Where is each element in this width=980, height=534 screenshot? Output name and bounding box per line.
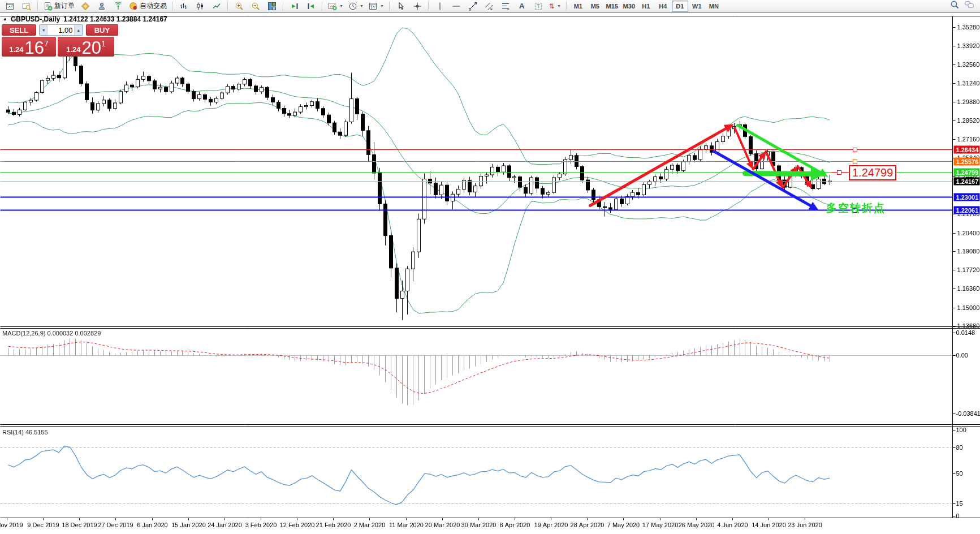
toolbar-separator bbox=[322, 2, 323, 11]
price-callout-label[interactable]: 1.24799 bbox=[849, 165, 896, 180]
volume-input[interactable] bbox=[48, 25, 74, 35]
toolbar-separator bbox=[566, 2, 567, 11]
horizontal-line-icon[interactable] bbox=[448, 0, 464, 12]
new-order-label: 新订单 bbox=[54, 1, 75, 11]
periods-icon[interactable]: ▼ bbox=[346, 0, 366, 12]
templates-icon[interactable]: ▼ bbox=[366, 0, 386, 12]
tile-windows-icon[interactable] bbox=[264, 0, 280, 12]
svg-text:E: E bbox=[490, 7, 493, 11]
candlestick-chart-icon[interactable] bbox=[192, 0, 208, 12]
line-chart-icon[interactable] bbox=[209, 0, 225, 12]
toolbar-separator bbox=[172, 2, 173, 11]
tf-w1[interactable]: W1 bbox=[689, 1, 705, 12]
tf-m1[interactable]: M1 bbox=[570, 1, 586, 12]
tf-h1[interactable]: H1 bbox=[638, 1, 654, 12]
tf-m5[interactable]: M5 bbox=[587, 1, 603, 12]
main-toolbar: 新订单 自动交易 ▼ ▼ ▼ E F A T ⇅▼ M1 M5 M15 M30 … bbox=[0, 0, 980, 13]
buy-button[interactable]: BUY bbox=[86, 24, 118, 36]
chart-shift-icon[interactable] bbox=[303, 0, 319, 12]
chevron-down-icon: ▼ bbox=[360, 4, 364, 8]
auto-trading-icon bbox=[129, 2, 138, 11]
new-order-icon bbox=[44, 2, 53, 11]
chart-title-symbol: GBPUSD-,Daily bbox=[11, 15, 60, 23]
chevron-down-icon: ▼ bbox=[339, 4, 343, 8]
tf-m30[interactable]: M30 bbox=[621, 1, 637, 12]
community-icon[interactable] bbox=[94, 0, 110, 12]
sell-price-small: 1.24 bbox=[9, 45, 23, 54]
price-chart-canvas[interactable] bbox=[0, 0, 980, 534]
profiles-icon[interactable] bbox=[19, 0, 34, 12]
new-order-button[interactable]: 新订单 bbox=[41, 0, 77, 12]
tf-mn[interactable]: MN bbox=[706, 1, 722, 12]
auto-trading-label: 自动交易 bbox=[140, 1, 167, 11]
volume-stepper: ▼ ▲ bbox=[39, 24, 83, 36]
toolbar-separator bbox=[428, 2, 429, 11]
sell-price-sup: 7 bbox=[44, 39, 49, 48]
signals-icon[interactable] bbox=[110, 0, 126, 12]
toolbar-separator bbox=[37, 2, 38, 11]
svg-text:F: F bbox=[507, 7, 510, 11]
chart-title: ▲ GBPUSD-,Daily 1.24122 1.24633 1.23884 … bbox=[3, 15, 167, 23]
chat-icon[interactable] bbox=[964, 0, 974, 12]
crosshair-icon[interactable] bbox=[409, 0, 425, 12]
volume-decrease-button[interactable]: ▼ bbox=[40, 25, 48, 35]
new-chart-icon[interactable] bbox=[2, 0, 18, 12]
zoom-in-icon[interactable] bbox=[231, 0, 247, 12]
turning-point-annotation[interactable]: 多空转折点 bbox=[826, 201, 886, 216]
auto-trading-button[interactable]: 自动交易 bbox=[127, 0, 169, 12]
buy-price-sup: 1 bbox=[101, 39, 106, 48]
cursor-icon[interactable] bbox=[393, 0, 409, 12]
toolbar-separator bbox=[389, 2, 390, 11]
trendline-icon[interactable] bbox=[465, 0, 481, 12]
text-label-icon[interactable]: T bbox=[530, 0, 546, 12]
search-icon[interactable] bbox=[950, 0, 960, 12]
buy-price-panel[interactable]: 1.24 20 1 bbox=[58, 37, 114, 57]
buy-price-small: 1.24 bbox=[66, 45, 80, 54]
sell-button[interactable]: SELL bbox=[2, 24, 36, 36]
chevron-down-icon: ▼ bbox=[380, 4, 384, 8]
volume-increase-button[interactable]: ▲ bbox=[74, 25, 82, 35]
one-click-trading-panel: SELL ▼ ▲ BUY 1.24 16 7 1.24 20 1 bbox=[2, 24, 118, 57]
bar-chart-icon[interactable] bbox=[176, 0, 192, 12]
buy-price-big: 20 bbox=[82, 40, 101, 56]
macd-indicator-label: MACD(12,26,9) 0.000032 0.002829 bbox=[2, 330, 101, 337]
rsi-indicator-label: RSI(14) 46.5155 bbox=[2, 429, 48, 436]
auto-scroll-icon[interactable] bbox=[287, 0, 303, 12]
equidistant-channel-icon[interactable]: E bbox=[481, 0, 497, 12]
tf-d1[interactable]: D1 bbox=[672, 1, 688, 12]
sell-price-panel[interactable]: 1.24 16 7 bbox=[2, 37, 56, 57]
sell-price-big: 16 bbox=[25, 40, 44, 56]
tf-m15[interactable]: M15 bbox=[604, 1, 620, 12]
collapse-triangle-icon[interactable]: ▲ bbox=[3, 17, 7, 21]
chevron-down-icon: ▼ bbox=[557, 4, 561, 8]
toolbar-right-group bbox=[950, 0, 974, 12]
arrows-icon[interactable]: ⇅▼ bbox=[547, 0, 563, 12]
zoom-out-icon[interactable] bbox=[248, 0, 264, 12]
chart-title-ohlc: 1.24122 1.24633 1.23884 1.24167 bbox=[63, 15, 167, 23]
tf-h4[interactable]: H4 bbox=[655, 1, 671, 12]
metaeditor-icon[interactable] bbox=[77, 0, 93, 12]
toolbar-separator bbox=[227, 2, 228, 11]
indicators-icon[interactable]: ▼ bbox=[326, 0, 346, 12]
fibonacci-icon[interactable]: F bbox=[498, 0, 513, 12]
vertical-line-icon[interactable] bbox=[432, 0, 448, 12]
text-icon[interactable]: A bbox=[514, 0, 530, 12]
toolbar-separator bbox=[283, 2, 284, 11]
